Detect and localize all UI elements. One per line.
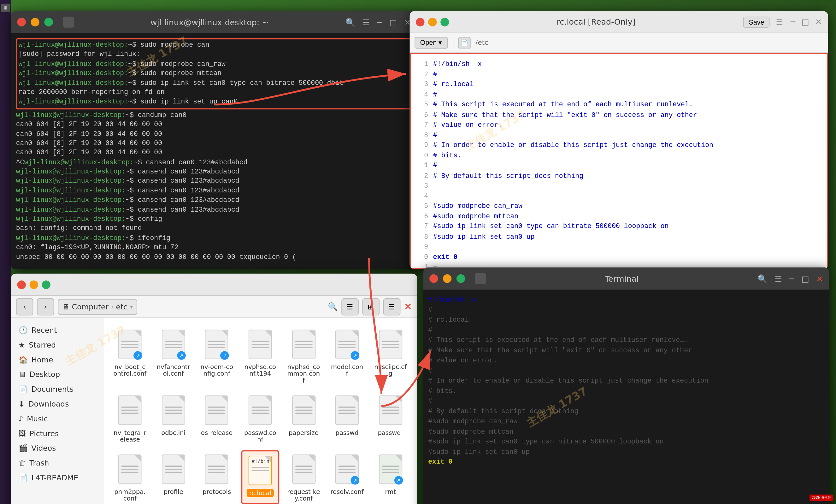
editor-max-btn[interactable] <box>440 18 449 26</box>
file-name: request-key.conf <box>287 488 320 502</box>
file-rclocal[interactable]: #!/bin rc.local <box>241 450 280 504</box>
breadcrumb-computer[interactable]: 🖥 Computer <box>62 302 109 311</box>
search-icon[interactable]: 🔍 <box>345 18 355 27</box>
editor-minimize-icon[interactable]: ─ <box>791 17 795 26</box>
sidebar-label-starred: Starred <box>29 341 56 349</box>
maximize-icon[interactable]: □ <box>389 18 397 27</box>
fm-grid-view-btn[interactable]: ⊞ <box>362 298 380 315</box>
breadcrumb-sep: › <box>111 303 114 310</box>
file-nvsciipc[interactable]: nvsciipc.cfg <box>371 326 410 386</box>
fm-search-icon[interactable]: 🔍 <box>328 302 338 311</box>
rclocal-editor-window: rc.local [Read-Only] Save ☰ ─ □ ✕ Open ▾… <box>410 11 828 269</box>
maximize-button[interactable] <box>44 18 53 26</box>
nav-forward-btn[interactable]: › <box>37 298 54 315</box>
sidebar-item-music[interactable]: ♪ Music <box>11 412 103 426</box>
file-nvphsd-conf[interactable]: nvphsd.conf.t194 <box>241 326 280 386</box>
sidebar-item-documents[interactable]: 📄 Documents <box>11 382 103 397</box>
editor-maximize-icon[interactable]: □ <box>801 17 809 26</box>
file-resolv[interactable]: ↗ resolv.conf <box>328 450 366 504</box>
editor-close-icon[interactable]: ✕ <box>815 17 822 26</box>
nav-back-btn[interactable]: ‹ <box>16 298 34 315</box>
tb-max-btn[interactable] <box>456 274 465 283</box>
editor-titlebar: rc.local [Read-Only] Save ☰ ─ □ ✕ <box>410 11 828 33</box>
dropdown-arrow-icon[interactable]: ▾ <box>130 303 133 310</box>
file-name: rmt <box>385 488 396 495</box>
bookmark-icon[interactable]: 📄 <box>458 37 471 49</box>
file-nv-tegra[interactable]: nv_tegra_release <box>111 391 149 445</box>
trash-icon[interactable]: 🗑 <box>1 4 10 12</box>
file-papersize[interactable]: papersize <box>284 391 323 445</box>
tb-search-icon[interactable]: 🔍 <box>757 274 767 283</box>
minimize-button[interactable] <box>31 18 39 26</box>
tb-close-icon[interactable]: ✕ <box>816 274 823 283</box>
file-nv-oem[interactable]: ↗ nv-oem-config.conf <box>197 326 236 386</box>
tb-min-btn[interactable] <box>443 274 452 283</box>
sidebar-item-l4t[interactable]: 📄 L4T-README <box>11 470 103 485</box>
tb-title: Terminal <box>491 274 753 283</box>
trash-icon-sidebar: 🗑 <box>19 459 26 467</box>
menu-icon[interactable]: ☰ <box>362 18 370 27</box>
sidebar-item-pictures[interactable]: 🖼 Pictures <box>11 426 103 441</box>
file-nvphsd-common[interactable]: nvphsd_common.conf <box>284 326 323 386</box>
sidebar-label-downloads: Downloads <box>28 400 69 408</box>
file-passwd-conf[interactable]: passwd.conf <box>241 391 280 445</box>
sidebar-label-pictures: Pictures <box>30 429 59 438</box>
file-name: protocols <box>203 488 231 495</box>
save-button[interactable]: Save <box>743 16 770 27</box>
sidebar-item-desktop[interactable]: 🖥 Desktop <box>11 367 103 382</box>
tb-minimize-icon[interactable]: ─ <box>789 274 794 283</box>
file-name: nvsciipc.cfg <box>374 363 407 377</box>
editor-menu-icon[interactable]: ☰ <box>776 17 783 26</box>
file-name: nv_boot_control.conf <box>113 363 147 377</box>
sidebar-label-desktop: Desktop <box>30 370 60 379</box>
documents-icon: 📄 <box>19 385 28 394</box>
terminal-main-content: wjl-linux@wjllinux-desktop:~$ sudo modpr… <box>11 33 417 269</box>
file-manager-window: ‹ › 🖥 Computer › etc ▾ 🔍 ☰ ⊞ ☰ ✕ 🕐 Recen… <box>11 274 417 504</box>
file-nvfancontrol[interactable]: ↗ nvfancontrol.conf <box>154 326 193 386</box>
sidebar-item-downloads[interactable]: ⬇ Downloads <box>11 397 103 412</box>
home-icon: 🏠 <box>19 355 28 364</box>
file-request-key[interactable]: request-key.conf <box>284 450 323 504</box>
sidebar-item-starred[interactable]: ★ Starred <box>11 338 103 353</box>
csdn-badge: CSDN @主佳 <box>810 495 833 501</box>
file-os-release[interactable]: os-release <box>197 391 236 445</box>
file-protocols[interactable]: protocols <box>197 450 236 504</box>
fm-close-icon[interactable]: ✕ <box>404 301 412 313</box>
file-name: nvphsd_common.conf <box>287 363 320 384</box>
editor-toolbar: Open ▾ 📄 /etc <box>410 33 828 53</box>
file-nv-boot-control[interactable]: ↗ nv_boot_control.conf <box>111 326 149 386</box>
file-name: passwd.conf <box>244 429 277 443</box>
fm-menu-btn[interactable]: ☰ <box>383 298 400 315</box>
tb-close-btn[interactable] <box>429 274 438 283</box>
file-profile[interactable]: profile <box>154 450 193 504</box>
fm-max-btn[interactable] <box>42 280 51 289</box>
open-button[interactable]: Open ▾ <box>415 37 448 49</box>
editor-close-btn[interactable] <box>416 18 424 26</box>
terminal-main-title: wjl-linux@wjllinux-desktop: ~ <box>79 18 340 27</box>
file-odbc[interactable]: odbc.ini <box>154 391 193 445</box>
sidebar-label-music: Music <box>27 414 48 423</box>
fm-list-view-btn[interactable]: ☰ <box>341 298 358 315</box>
editor-content[interactable]: 1#!/bin/sh -x 2# 3# rc.local 4# 5# This … <box>411 54 827 270</box>
file-pnm2ppa[interactable]: pnm2ppa.conf <box>111 450 149 504</box>
editor-min-btn[interactable] <box>428 18 437 26</box>
tb-menu-icon[interactable]: ☰ <box>775 274 782 283</box>
fm-close-btn[interactable] <box>17 280 26 289</box>
sidebar-item-recent[interactable]: 🕐 Recent <box>11 323 103 338</box>
breadcrumb-etc[interactable]: etc <box>116 302 128 311</box>
sidebar-item-home[interactable]: 🏠 Home <box>11 352 103 367</box>
sidebar-item-trash[interactable]: 🗑 Trash <box>11 456 103 470</box>
minimize-icon[interactable]: ─ <box>377 18 382 27</box>
sidebar-label-home: Home <box>31 355 53 364</box>
file-model-conf[interactable]: ↗ model.conf <box>328 326 366 386</box>
file-rmt[interactable]: ↗ rmt <box>371 450 410 504</box>
fm-min-btn[interactable] <box>30 280 38 289</box>
file-passwd[interactable]: passwd <box>328 391 366 445</box>
sidebar-item-videos[interactable]: 🎬 Videos <box>11 441 103 456</box>
highlight-commands-box: wjl-linux@wjllinux-desktop:~$ sudo modpr… <box>16 38 412 110</box>
tb-content[interactable]: #!/bin/sh -x # # rc.local # # This scrip… <box>423 290 829 504</box>
fm-titlebar <box>11 274 417 296</box>
file-passwd-dash[interactable]: passwd- <box>371 391 410 445</box>
close-button[interactable] <box>17 18 26 26</box>
tb-maximize-icon[interactable]: □ <box>801 274 809 283</box>
